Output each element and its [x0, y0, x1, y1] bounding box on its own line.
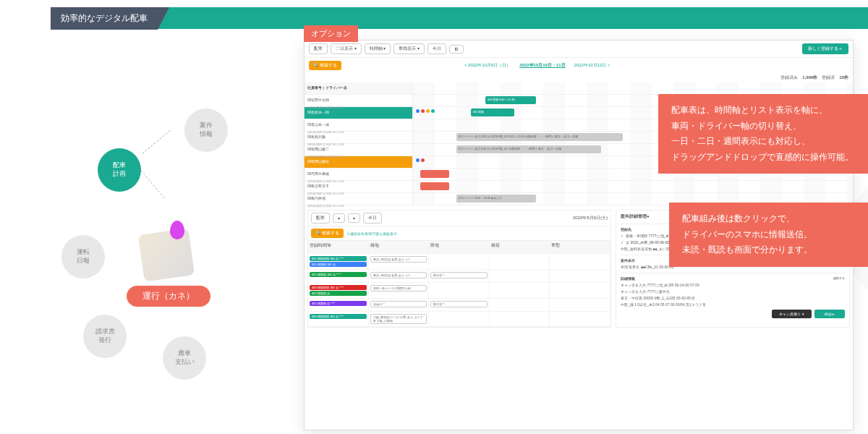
driver-row[interactable]: 003|山本一成肌肉食傷網 社員車 08-1-234	[305, 119, 412, 132]
task-bar[interactable]: (F)スーパー 8:00～13:30 ■未入力	[456, 195, 536, 203]
map-icon	[138, 228, 195, 281]
node-projects: 案件情報	[184, 109, 228, 152]
driver-row[interactable]: 001|田中太郎肌肉食傷網 社員車 08-1-234	[305, 95, 412, 107]
task-bar[interactable]: 001運搬	[471, 109, 514, 116]
option-badge: オプション	[304, 25, 358, 42]
node-invoice: 請求書発行	[83, 315, 127, 358]
mode2[interactable]: 配車	[311, 213, 330, 224]
center-pill: 運行（カネ）	[127, 286, 210, 307]
cancel-button[interactable]: キャン見積り ▾	[772, 310, 811, 318]
driver-row[interactable]: 008|吉野京子肌肉食傷網 社員車 08-1-234	[305, 181, 412, 193]
job-card[interactable]: 005 種類物 点 ****	[310, 301, 367, 306]
task-bar[interactable]: 001運搬 6:00～11:30	[485, 96, 536, 104]
feature-diagram: 案件情報 配車計画 運転日報 請求書発行 庸車支払い 運行（カネ）	[43, 109, 275, 383]
search-button[interactable]: 🔍 検索する	[309, 61, 341, 70]
vehicle-select[interactable]: 車両表示 ▾	[393, 43, 425, 54]
calendar-icon[interactable]: 🗓	[449, 45, 464, 54]
job-card[interactable]: 002 種類物 100 点 ****	[310, 272, 367, 277]
task-bar[interactable]	[420, 182, 449, 190]
driver-row[interactable]: 002|鈴木一郎	[305, 107, 412, 119]
job-card[interactable]: 002 種類物 100 点	[310, 262, 367, 267]
count-meta: 登録済み1,000件 登録済10件	[305, 73, 853, 82]
driver-row[interactable]: 005|岡山隆二肌肉食傷網 社員車 08-1-234	[305, 144, 412, 156]
cards-panel: 配車 ▾ ▾ 今日 2022年8月6日(土) 🔍 検索する ※連続操作再実行後も…	[307, 210, 611, 328]
node-vehicle-pay: 庸車支払い	[163, 336, 206, 380]
finish-button[interactable]: 終結 ▸	[814, 310, 845, 318]
axis-select[interactable]: 時間軸 ▾	[365, 43, 391, 54]
next-date[interactable]: 2022年10月12日 >	[571, 61, 613, 70]
node-driving-report: 運転日報	[61, 235, 105, 278]
today2[interactable]: 今日	[363, 213, 382, 224]
node-dispatch-plan: 配車計画	[98, 148, 141, 192]
job-card[interactable]: 006 種類雑物 100 点 ****	[310, 314, 367, 319]
date-tabs: < 2022年10月9日（日） 2022年10月10日・11日 2022年10月…	[346, 59, 613, 72]
driver-row[interactable]: 009|円井清肌肉食傷網 社員車 08-1-234	[305, 193, 412, 205]
driver-row[interactable]: 007|田中康雄肌肉食傷網 社員車 08-1-234	[305, 169, 412, 181]
callout-2: 配車組み後は数クリックで、ドライバーのスマホに情報送信。未読・既読も画面で分かり…	[669, 203, 868, 267]
edit-link[interactable]: 編集する	[833, 276, 845, 280]
driver-row[interactable]: 006|岡山隆司	[305, 156, 412, 169]
top-banner	[51, 7, 868, 29]
banner-title: 効率的なデジタル配車	[51, 7, 169, 30]
current-date[interactable]: 2022年10月10日・11日	[516, 61, 568, 70]
driver-row[interactable]: 004|西川隆肌肉食傷網 社員車 08-1-234	[305, 132, 412, 144]
day-view-select[interactable]: 二日表示 ▾	[331, 43, 362, 54]
job-card[interactable]: 001 種類雑物 100 点 ****	[310, 256, 367, 261]
toolbar: 配車 二日表示 ▾ 時間軸 ▾ 車両表示 ▾ 今日 🗓 新しく登録する＋	[305, 41, 853, 58]
card-date: 2022年8月6日(土)	[573, 215, 608, 221]
job-card[interactable]: 003 種類雑物 100 点 ****	[310, 285, 367, 290]
pin-icon	[170, 221, 184, 239]
driver-column: 社員番号｜ドライバー名 001|田中太郎肌肉食傷網 社員車 08-1-234 0…	[305, 82, 413, 205]
callout-1: 配車表は、時間軸とリスト表示を軸に、車両・ドライバー軸の切り替え、一日・二日・週…	[658, 94, 868, 174]
today-button[interactable]: 今日	[427, 43, 446, 54]
task-bar[interactable]	[420, 170, 449, 178]
new-register-button[interactable]: 新しく登録する＋	[802, 43, 848, 54]
mode-select[interactable]: 配車	[309, 43, 328, 54]
task-bar[interactable]: (F)スーパー 品川 000 台 0001中堅_02 荷受部隊・・・積置け 東京…	[456, 145, 601, 153]
search2[interactable]: 🔍 検索する	[311, 229, 344, 238]
prev-date[interactable]: < 2022年10月9日（日）	[461, 61, 514, 70]
task-bar[interactable]: (F)スーパー 品川 000 台 0001中堅_01 8:00～12:00 荷受…	[456, 133, 623, 141]
